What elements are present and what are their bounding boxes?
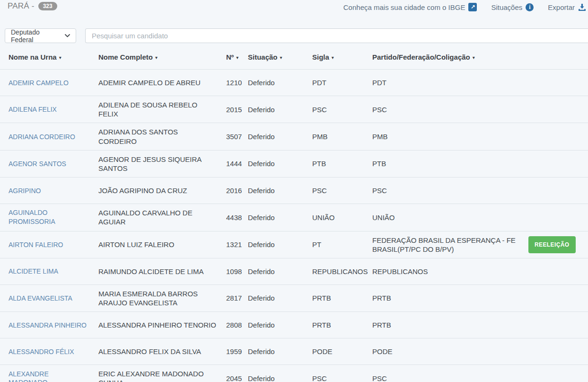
party-cell: PTB bbox=[372, 155, 528, 172]
status-cell: Deferido bbox=[248, 236, 312, 253]
search-input[interactable] bbox=[85, 28, 588, 43]
ibge-link-label: Conheça mais sua cidade com o IBGE bbox=[343, 3, 465, 11]
full-name-cell: ADILENA DE SOUSA REBELO FELIX bbox=[98, 96, 226, 123]
column-header-full-name[interactable]: Nome Completo ▾ bbox=[98, 53, 226, 61]
column-header-party[interactable]: Partido/Federação/Coligação ▾ bbox=[372, 53, 528, 61]
table-row: ALCIDETE LIMA RAIMUNDO ALCIDETE DE LIMA … bbox=[0, 258, 588, 285]
party-cell: PRTB bbox=[372, 316, 528, 334]
candidate-link[interactable]: ADEMIR CAMPELO bbox=[9, 79, 69, 88]
office-select-value: Deputado Federal bbox=[11, 28, 61, 44]
ibge-link[interactable]: Conheça mais sua cidade com o IBGE ↗ bbox=[343, 3, 477, 11]
acronym-cell: PODE bbox=[312, 343, 372, 360]
download-icon bbox=[578, 3, 586, 11]
party-cell: UNIÃO bbox=[372, 209, 528, 226]
full-name-cell: ALESSANDRO FELIX DA SILVA bbox=[98, 343, 226, 360]
badge-cell bbox=[528, 347, 588, 356]
party-cell: PODE bbox=[372, 343, 528, 360]
candidate-link[interactable]: ALCIDETE LIMA bbox=[9, 267, 58, 276]
urn-name-cell: AIRTON FALEIRO bbox=[9, 236, 98, 254]
badge-cell bbox=[528, 133, 588, 141]
column-header-acronym[interactable]: Sigla ▾ bbox=[312, 53, 372, 61]
party-cell: PSC bbox=[372, 101, 528, 118]
status-cell: Deferido bbox=[248, 370, 312, 382]
status-cell: Deferido bbox=[248, 74, 312, 91]
full-name-cell: AGENOR DE JESUS SIQUEIRA SANTOS bbox=[98, 151, 226, 177]
number-cell: 1098 bbox=[226, 263, 248, 280]
candidate-link[interactable]: ALESSANDRA PINHEIRO bbox=[9, 321, 87, 330]
sort-caret-icon: ▾ bbox=[280, 54, 282, 60]
sort-caret-icon: ▾ bbox=[473, 54, 475, 60]
exportar-link[interactable]: Exportar bbox=[548, 3, 586, 11]
column-header-number[interactable]: Nº ▾ bbox=[226, 53, 248, 61]
sort-caret-icon: ▾ bbox=[59, 54, 61, 60]
info-icon: i bbox=[526, 3, 534, 11]
party-cell: PSC bbox=[372, 370, 528, 382]
candidate-link[interactable]: ALESSANDRO FÉLIX bbox=[9, 347, 74, 356]
page-title: PARÁ - bbox=[8, 1, 35, 11]
acronym-cell: PSC bbox=[312, 370, 372, 382]
column-header-urn-name[interactable]: Nome na Urna ▾ bbox=[9, 53, 98, 61]
urn-name-cell: AGRIPINO bbox=[9, 182, 98, 200]
full-name-cell: ALESSANDRA PINHEIRO TENORIO bbox=[98, 316, 226, 334]
office-select[interactable]: Deputado Federal bbox=[5, 28, 76, 43]
badge-cell bbox=[528, 294, 588, 302]
column-header-status[interactable]: Situação ▾ bbox=[248, 53, 312, 61]
table-row: AGENOR SANTOS AGENOR DE JESUS SIQUEIRA S… bbox=[0, 151, 588, 178]
badge-cell bbox=[528, 267, 588, 275]
candidate-link[interactable]: AIRTON FALEIRO bbox=[9, 240, 63, 249]
status-cell: Deferido bbox=[248, 209, 312, 226]
candidate-link[interactable]: ADRIANA CORDEIRO bbox=[9, 133, 75, 142]
urn-name-cell: ALDA EVANGELISTA bbox=[9, 289, 98, 307]
full-name-cell: RAIMUNDO ALCIDETE DE LIMA bbox=[98, 263, 226, 280]
sort-caret-icon: ▾ bbox=[332, 54, 334, 60]
acronym-cell: PRTB bbox=[312, 316, 372, 334]
number-cell: 1210 bbox=[226, 74, 248, 91]
urn-name-cell: ALEXANDRE MADONADO bbox=[9, 365, 98, 382]
table-row: ALEXANDRE MADONADO ERIC ALEXANDRE MADONA… bbox=[0, 365, 588, 382]
number-cell: 2015 bbox=[226, 101, 248, 118]
urn-name-cell: ADILENA FELIX bbox=[9, 100, 98, 118]
urn-name-cell: ALCIDETE LIMA bbox=[9, 262, 98, 280]
full-name-cell: MARIA ESMERALDA BARROS ARAUJO EVANGELIST… bbox=[98, 285, 226, 311]
party-cell: PRTB bbox=[372, 289, 528, 307]
full-name-cell: ADRIANA DOS SANTOS CORDEIRO bbox=[98, 123, 226, 150]
badge-cell bbox=[528, 160, 588, 168]
full-name-cell: ERIC ALEXANDRE MADONADO CUNHA bbox=[98, 365, 226, 382]
candidate-link[interactable]: ALDA EVANGELISTA bbox=[9, 294, 72, 303]
filters-row: Deputado Federal bbox=[5, 28, 588, 43]
table-row: ALESSANDRO FÉLIX ALESSANDRO FELIX DA SIL… bbox=[0, 338, 588, 365]
chevron-down-icon bbox=[65, 34, 70, 37]
external-link-icon: ↗ bbox=[468, 3, 477, 11]
candidate-link[interactable]: ALEXANDRE MADONADO bbox=[9, 370, 87, 382]
full-name-cell: AIRTON LUIZ FALEIRO bbox=[98, 236, 226, 253]
table-row: ALESSANDRA PINHEIRO ALESSANDRA PINHEIRO … bbox=[0, 312, 588, 338]
topbar: PARÁ - 323 Conheça mais sua cidade com o… bbox=[0, 0, 588, 12]
table-header: Nome na Urna ▾ Nome Completo ▾ Nº ▾ Situ… bbox=[0, 45, 588, 70]
candidate-link[interactable]: AGENOR SANTOS bbox=[9, 160, 66, 169]
number-cell: 4438 bbox=[226, 209, 248, 226]
acronym-cell: PSC bbox=[312, 182, 372, 199]
candidate-link[interactable]: ADILENA FELIX bbox=[9, 105, 57, 114]
candidates-page: PARÁ - 323 Conheça mais sua cidade com o… bbox=[0, 0, 588, 382]
acronym-cell: PMB bbox=[312, 128, 372, 145]
badge-cell bbox=[528, 321, 588, 329]
candidate-link[interactable]: AGRIPINO bbox=[9, 187, 41, 195]
number-cell: 2808 bbox=[226, 316, 248, 334]
party-cell: PMB bbox=[372, 128, 528, 145]
sort-caret-icon: ▾ bbox=[236, 54, 238, 60]
table-row: AIRTON FALEIRO AIRTON LUIZ FALEIRO 1321 … bbox=[0, 231, 588, 258]
status-cell: Deferido bbox=[248, 128, 312, 145]
status-cell: Deferido bbox=[248, 182, 312, 199]
full-name-cell: JOÃO AGRIPINO DA CRUZ bbox=[98, 182, 226, 199]
situacoes-link-label: Situações bbox=[491, 3, 522, 11]
exportar-link-label: Exportar bbox=[548, 3, 575, 11]
badge-cell bbox=[528, 187, 588, 195]
candidate-link[interactable]: AGUINALDO PROMISSORIA bbox=[9, 208, 87, 226]
party-cell: PDT bbox=[372, 74, 528, 91]
status-cell: Deferido bbox=[248, 263, 312, 280]
situacoes-link[interactable]: Situações i bbox=[491, 3, 534, 11]
urn-name-cell: ADEMIR CAMPELO bbox=[9, 74, 98, 92]
urn-name-cell: AGUINALDO PROMISSORIA bbox=[9, 204, 98, 231]
badge-cell bbox=[528, 374, 588, 382]
table-row: ALDA EVANGELISTA MARIA ESMERALDA BARROS … bbox=[0, 285, 588, 312]
